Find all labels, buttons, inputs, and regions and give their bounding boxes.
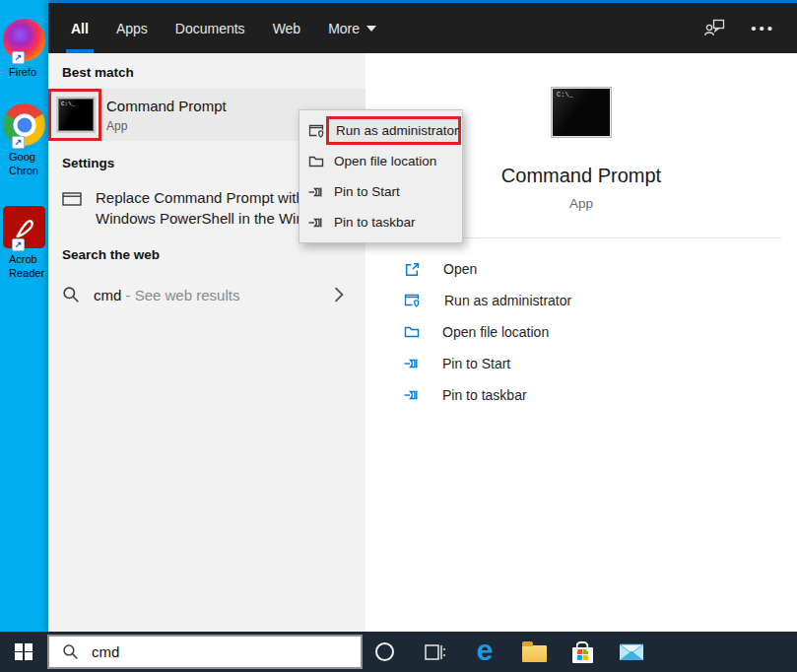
- preview-actions: Open Run as administrator: [365, 253, 797, 411]
- tab-label: Documents: [175, 21, 245, 36]
- menu-item-run-as-administrator[interactable]: Run as administrator: [299, 115, 462, 146]
- shortcut-arrow-icon: ↗: [12, 238, 25, 251]
- menu-item-pin-to-start[interactable]: Pin to Start: [299, 176, 462, 207]
- tab-more[interactable]: More: [326, 3, 378, 53]
- task-view-icon: [423, 641, 446, 663]
- mail-button[interactable]: [611, 632, 652, 672]
- windows-logo-icon: [15, 643, 33, 661]
- desktop-icon-label: Firefo: [1, 65, 48, 79]
- store-button[interactable]: [562, 632, 603, 672]
- tab-label: All: [71, 21, 89, 36]
- action-open[interactable]: Open: [365, 253, 797, 285]
- menu-item-pin-to-taskbar[interactable]: Pin to taskbar: [299, 207, 462, 237]
- desktop-icon-firefox[interactable]: ↗ Firefo: [1, 19, 48, 79]
- action-label: Open: [443, 261, 477, 277]
- search-flyout-window: All Apps Documents Web More ••• Best mat…: [48, 0, 797, 632]
- preview-title: Command Prompt: [501, 165, 661, 187]
- desktop-icon-label: Chron: [1, 164, 48, 177]
- file-explorer-icon: [522, 645, 547, 662]
- tab-label: Web: [273, 21, 301, 36]
- tab-all[interactable]: All: [69, 3, 91, 53]
- search-icon: [62, 286, 80, 303]
- tab-label: Apps: [116, 21, 148, 36]
- search-icon: [62, 643, 79, 660]
- action-pin-to-start[interactable]: Pin to Start: [365, 348, 797, 379]
- cortana-icon: [375, 642, 394, 661]
- action-label: Pin to Start: [442, 356, 510, 371]
- action-pin-to-taskbar[interactable]: Pin to taskbar: [365, 379, 797, 411]
- open-file-location-icon: [404, 324, 420, 340]
- desktop-icon-label: Acrob: [1, 252, 48, 266]
- search-input[interactable]: [92, 643, 328, 660]
- feedback-icon[interactable]: [704, 19, 725, 37]
- edge-button[interactable]: e: [464, 632, 505, 672]
- context-menu: Run as administrator Open file location …: [299, 109, 463, 243]
- mail-icon: [619, 642, 644, 662]
- chevron-down-icon: [366, 26, 376, 32]
- taskbar-search-box[interactable]: [47, 635, 363, 669]
- action-run-as-administrator[interactable]: Run as administrator: [365, 285, 797, 316]
- cortana-button[interactable]: [364, 632, 405, 672]
- start-button[interactable]: [0, 632, 47, 672]
- run-as-admin-icon: [404, 293, 422, 308]
- result-web-search-cmd[interactable]: cmd - See web results: [48, 277, 365, 312]
- pin-icon: [308, 184, 324, 200]
- pin-icon: [404, 387, 420, 403]
- annotation-rectangle: [48, 89, 101, 141]
- open-file-location-icon: [308, 154, 324, 169]
- setting-text-line: Windows PowerShell in the Win: [96, 208, 304, 229]
- taskbar: e: [0, 632, 797, 672]
- desktop-icon-label: Reader: [1, 266, 48, 280]
- edge-icon: e: [477, 636, 494, 665]
- setting-text-line: Replace Command Prompt with: [96, 187, 304, 208]
- shortcut-arrow-icon: ↗: [12, 136, 25, 149]
- preview-subtitle: App: [569, 196, 593, 211]
- tab-label: More: [328, 21, 360, 36]
- menu-item-label: Open file location: [334, 154, 436, 168]
- window-wireframe-icon: [62, 192, 82, 206]
- open-icon: [404, 261, 421, 278]
- action-open-file-location[interactable]: Open file location: [365, 316, 797, 348]
- file-explorer-button[interactable]: [513, 632, 555, 672]
- action-label: Pin to taskbar: [442, 387, 527, 403]
- action-label: Open file location: [442, 324, 549, 340]
- more-options-icon[interactable]: •••: [751, 20, 775, 36]
- store-icon: [572, 647, 593, 663]
- action-label: Run as administrator: [444, 293, 571, 308]
- menu-item-label: Pin to Start: [334, 184, 400, 199]
- section-header-best-match: Best match: [48, 53, 365, 89]
- desktop-icon-acrobat[interactable]: ↗ Acrob Reader: [1, 206, 48, 280]
- menu-item-label: Pin to taskbar: [334, 215, 416, 230]
- web-search-query: cmd: [94, 287, 121, 303]
- tab-documents[interactable]: Documents: [173, 3, 247, 53]
- menu-item-label: Run as administrator: [336, 123, 459, 138]
- chevron-right-icon[interactable]: [334, 287, 344, 302]
- tab-apps[interactable]: Apps: [114, 3, 150, 53]
- menu-item-open-file-location[interactable]: Open file location: [299, 146, 462, 176]
- web-search-suffix: - See web results: [126, 287, 240, 303]
- search-filter-bar: All Apps Documents Web More •••: [48, 3, 797, 53]
- desktop-icon-chrome[interactable]: ↗ Goog Chron: [1, 103, 48, 177]
- shortcut-arrow-icon: ↗: [12, 51, 25, 64]
- pin-icon: [404, 356, 420, 371]
- run-as-admin-icon: [308, 123, 326, 139]
- task-view-button[interactable]: [414, 632, 455, 672]
- pin-icon: [308, 215, 324, 231]
- command-prompt-icon: C:\_: [551, 87, 612, 138]
- result-subtitle: App: [106, 119, 227, 133]
- result-title: Command Prompt: [106, 98, 227, 114]
- desktop-icon-label: Goog: [1, 150, 48, 164]
- tab-web[interactable]: Web: [271, 3, 303, 53]
